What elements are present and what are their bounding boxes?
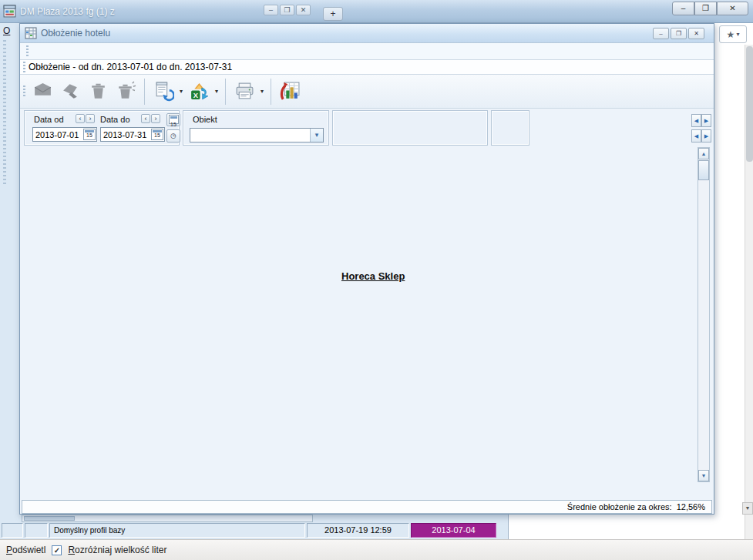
calendar-icon [169, 115, 179, 124]
chart-icon [280, 81, 301, 102]
date-to-prev-button[interactable]: ‹ [141, 114, 150, 123]
menu-bar [20, 43, 714, 59]
report-refresh-button[interactable] [150, 78, 177, 106]
scrollbar-thumb[interactable] [698, 160, 709, 180]
filter-panel: Data od ‹ › Data do ‹ › 2013-07-01 2013-… [20, 109, 714, 147]
match-case-label: Rozróżniaj wielkość liter [68, 545, 166, 555]
date-to-next-button[interactable]: › [151, 114, 160, 123]
scroll-up-button[interactable]: ▲ [698, 148, 709, 159]
report-refresh-icon [153, 81, 174, 102]
object-label: Obiekt [193, 115, 217, 124]
print-button[interactable] [230, 78, 258, 106]
page-vertical-scrollbar[interactable] [745, 45, 753, 539]
scroll-down-button[interactable]: ▼ [698, 470, 709, 481]
object-value[interactable] [190, 129, 310, 142]
date-to-input[interactable]: 2013-07-31 [100, 127, 165, 142]
new-record-button[interactable] [29, 78, 56, 106]
average-occupancy-status: Średnie obłożenie za okres: 12,56% [22, 500, 712, 514]
highlight-all-button[interactable]: Podświetl [6, 545, 45, 555]
toolbar-separator [225, 79, 226, 105]
browser-restore-button[interactable]: ❐ [694, 2, 717, 15]
status-profile: Domyślny profil bazy [49, 523, 305, 538]
object-combobox[interactable]: ▾ [190, 128, 324, 143]
status-cell-empty-2 [25, 523, 48, 538]
alphabet-scroll-left-button[interactable]: ◀ [691, 129, 701, 143]
calendar-picker-button[interactable] [166, 113, 180, 126]
toolbar-separator [271, 79, 271, 105]
window-controls: – ❐ ✕ [653, 28, 704, 39]
date-from-input[interactable]: 2013-07-01 [32, 127, 97, 142]
chart-button[interactable] [276, 78, 304, 106]
date-from-next-button[interactable]: › [86, 114, 95, 123]
window-title: Obłożenie hotelu [41, 28, 110, 39]
date-to-value[interactable]: 2013-07-31 [101, 130, 151, 139]
alphabet-filter-bar: ◀ ▶ [533, 129, 711, 143]
chevron-down-icon[interactable]: ▾ [310, 129, 323, 142]
table-footer [20, 482, 692, 498]
new-record-icon [32, 81, 53, 102]
chevron-down-icon: ▾ [736, 31, 739, 38]
edit-record-icon [60, 81, 81, 102]
maximize-button[interactable]: ❐ [671, 28, 687, 39]
calendar-icon[interactable] [83, 129, 96, 140]
tabs-scroll-right-button[interactable]: ▶ [701, 114, 711, 127]
infobar-gripper [23, 62, 25, 73]
scrollbar-thumb[interactable] [24, 516, 75, 521]
alphabet-scroll-right-button[interactable]: ▶ [701, 129, 711, 143]
date-from-label: Data od [34, 115, 64, 124]
screen: DM Plaza 2013 fg (1) z – ❐ ✕ + – ❐ ✕ O D… [0, 0, 753, 560]
menu-gripper [26, 45, 29, 57]
minimize-button[interactable]: – [653, 28, 669, 39]
parent-minimize-button[interactable]: – [264, 5, 278, 15]
close-button[interactable]: ✕ [688, 28, 704, 39]
app-icon [3, 5, 16, 18]
column-filter-tabs: ◀ ▶ [533, 111, 711, 127]
toolbar: ▾ X ▾ ▾ [20, 75, 714, 109]
status-timestamp: 2013-07-19 12:59 [307, 523, 409, 538]
bookmark-star-button[interactable]: ★ ▾ [719, 25, 747, 43]
object-group: Obiekt ▾ [183, 110, 329, 146]
browser-tab-bar: + [320, 2, 343, 23]
horeca-sklep-link[interactable]: Horeca Sklep [341, 270, 405, 282]
date-from-value[interactable]: 2013-07-01 [33, 130, 83, 139]
parent-horizontal-scrollbar[interactable] [22, 515, 313, 522]
toolbar-separator [144, 79, 145, 105]
info-bar: Obłożenie - od dn. 2013-07-01 do dn. 201… [20, 59, 714, 75]
match-case-checkbox[interactable]: ✓ [52, 545, 62, 555]
delete-all-button[interactable] [112, 78, 140, 106]
date-from-prev-button[interactable]: ‹ [76, 114, 85, 123]
scroll-down-button[interactable]: ▼ [742, 502, 753, 515]
svg-text:X: X [193, 92, 198, 99]
status-cell-empty-1 [2, 523, 23, 538]
printer-icon [234, 81, 255, 102]
calendar-icon[interactable] [151, 129, 163, 140]
calendar-clock-button[interactable]: ◷ [166, 129, 180, 143]
edit-record-button[interactable] [56, 78, 84, 106]
chevron-down-icon[interactable]: ▾ [177, 88, 185, 95]
chevron-down-icon[interactable]: ▾ [258, 88, 266, 95]
trash-sparkle-icon [116, 81, 136, 102]
parent-close-button[interactable]: ✕ [296, 5, 311, 15]
occupancy-window: Obłożenie hotelu – ❐ ✕ Obłożenie - od dn… [19, 23, 714, 515]
date-range-group: Data od ‹ › Data do ‹ › 2013-07-01 2013-… [24, 110, 180, 146]
report-range-title: Obłożenie - od dn. 2013-07-01 do dn. 201… [29, 62, 232, 72]
delete-record-button[interactable] [84, 78, 112, 106]
parent-status-bar: Domyślny profil bazy 2013-07-19 12:59 20… [0, 522, 506, 538]
tabs-scroll-left-button[interactable]: ◀ [691, 114, 701, 127]
browser-close-button[interactable]: ✕ [717, 2, 748, 15]
export-excel-button[interactable]: X [185, 78, 213, 106]
table-vertical-scrollbar[interactable]: ▲ ▼ [698, 147, 710, 482]
parent-menu-partial[interactable]: O [3, 25, 10, 36]
parent-maximize-button[interactable]: ❐ [280, 5, 294, 15]
window-titlebar[interactable]: Obłożenie hotelu – ❐ ✕ [20, 24, 714, 43]
browser-minimize-button[interactable]: – [672, 2, 694, 15]
trash-icon [88, 81, 109, 102]
status-date-badge: 2013-07-04 [411, 523, 496, 538]
new-tab-button[interactable]: + [323, 7, 343, 21]
scrollbar-thumb[interactable] [746, 46, 753, 162]
options-group [332, 110, 488, 146]
parent-window-title: DM Plaza 2013 fg (1) z [20, 6, 115, 17]
browser-window-controls: – ❐ ✕ [672, 2, 748, 15]
chevron-down-icon[interactable]: ▾ [213, 88, 220, 95]
toolbar-gripper [3, 40, 6, 186]
